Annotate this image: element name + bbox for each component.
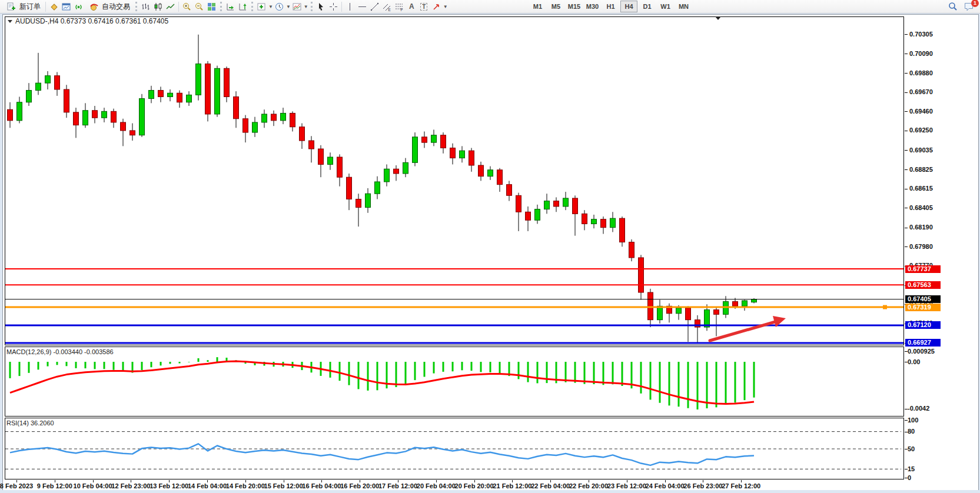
tab-timeframe-m5[interactable]: M5 bbox=[547, 1, 564, 12]
svg-text:F: F bbox=[400, 7, 403, 11]
equidistant-channel-icon[interactable]: E bbox=[381, 1, 393, 12]
candle-body bbox=[83, 111, 88, 125]
candle-body bbox=[26, 91, 32, 102]
chevron-down-icon[interactable]: ▼ bbox=[443, 4, 448, 9]
macd-panel-border bbox=[5, 347, 904, 417]
macd-panel-canvas[interactable] bbox=[5, 347, 904, 417]
tab-timeframe-mn[interactable]: MN bbox=[675, 1, 692, 12]
time-axis-tick bbox=[284, 480, 284, 482]
candle-body bbox=[714, 310, 719, 315]
rsi-axis-label: 15 bbox=[908, 466, 915, 472]
candle-body bbox=[318, 149, 324, 164]
candlestick-chart-icon[interactable] bbox=[152, 1, 164, 12]
signal-icon[interactable] bbox=[72, 1, 85, 12]
line-handle[interactable] bbox=[883, 305, 887, 309]
price-axis-label: 0.69460 bbox=[909, 108, 933, 115]
candle-body bbox=[601, 219, 606, 228]
rsi-panel-canvas[interactable] bbox=[5, 418, 904, 479]
chart-shift-icon[interactable] bbox=[237, 1, 249, 12]
rsi-axis-label: 0 bbox=[908, 475, 911, 481]
trendline-icon[interactable] bbox=[368, 1, 381, 12]
tab-timeframe-d1[interactable]: D1 bbox=[639, 1, 656, 12]
indicators-icon[interactable] bbox=[255, 1, 268, 12]
zoom-in-icon[interactable] bbox=[181, 1, 193, 12]
chart-window-icon[interactable] bbox=[60, 1, 72, 12]
marketwatch-icon[interactable] bbox=[48, 1, 60, 12]
arrows-tool-icon[interactable] bbox=[430, 1, 443, 12]
templates-icon[interactable] bbox=[291, 1, 303, 12]
zoom-out-icon[interactable] bbox=[193, 1, 205, 12]
horizontal-line-icon[interactable] bbox=[356, 1, 368, 12]
candle-body bbox=[526, 212, 531, 220]
candle-body bbox=[733, 302, 738, 307]
price-axis-tick bbox=[905, 189, 908, 189]
candle-body bbox=[535, 209, 540, 221]
price-axis-label: 0.67560 bbox=[909, 282, 933, 288]
price-axis-label: 0.67350 bbox=[909, 301, 933, 308]
rsi-axis-tick bbox=[905, 432, 908, 432]
time-axis-label: 20 Feb 20:00 bbox=[455, 482, 494, 489]
price-axis-label: 0.68190 bbox=[909, 224, 933, 231]
candle-body bbox=[592, 219, 597, 224]
chat-icon[interactable]: 1 bbox=[962, 1, 976, 12]
chevron-down-icon[interactable]: ▼ bbox=[286, 4, 291, 9]
price-line-label: 0.67120 bbox=[905, 321, 941, 329]
toolbar-grip[interactable] bbox=[251, 2, 253, 11]
time-axis-label: 12 Feb 23:00 bbox=[111, 482, 150, 489]
price-line-label: 0.67319 bbox=[905, 304, 941, 311]
time-axis-label: 20 Feb 04:00 bbox=[417, 482, 456, 489]
price-axis-tick bbox=[905, 324, 908, 324]
chevron-down-icon[interactable]: ▼ bbox=[268, 4, 273, 9]
crosshair-icon[interactable] bbox=[327, 1, 340, 12]
price-line-label: 0.67405 bbox=[905, 295, 941, 303]
line-chart-icon[interactable] bbox=[164, 1, 177, 12]
candle-body bbox=[375, 182, 380, 194]
notification-badge[interactable]: 1 bbox=[971, 0, 979, 7]
tab-timeframe-m15[interactable]: M15 bbox=[566, 1, 583, 12]
candle-body bbox=[139, 99, 145, 135]
tab-timeframe-m30[interactable]: M30 bbox=[584, 1, 601, 12]
candle-body bbox=[460, 151, 465, 158]
auto-trading-icon bbox=[88, 1, 100, 12]
timeframe-toolbar: M1M5M15M30H1H4D1W1MN bbox=[529, 1, 693, 12]
tab-timeframe-m1[interactable]: M1 bbox=[529, 1, 546, 12]
fibonacci-icon[interactable]: F bbox=[393, 1, 406, 12]
time-axis-tick bbox=[550, 480, 551, 482]
toolbar-grip[interactable] bbox=[220, 2, 222, 11]
text-icon[interactable]: A bbox=[406, 1, 418, 12]
price-axis-tick bbox=[905, 208, 908, 208]
periods-icon[interactable] bbox=[273, 1, 285, 12]
auto-trading-button[interactable]: 自动交易 bbox=[85, 1, 133, 12]
new-order-icon bbox=[5, 1, 18, 12]
bar-chart-icon[interactable] bbox=[139, 1, 152, 12]
tab-timeframe-w1[interactable]: W1 bbox=[657, 1, 674, 12]
candle-body bbox=[479, 165, 484, 176]
toolbar-grip[interactable] bbox=[135, 2, 137, 11]
price-chart-canvas[interactable] bbox=[5, 16, 904, 345]
price-axis-tick bbox=[905, 285, 908, 286]
cursor-icon[interactable] bbox=[315, 1, 327, 12]
candle-body bbox=[55, 76, 60, 89]
toolbar-grip[interactable] bbox=[311, 2, 313, 11]
candle-body bbox=[639, 258, 644, 292]
price-axis-tick bbox=[905, 343, 908, 344]
chart-window: AUDUSD-,H4 0.67373 0.67416 0.67361 0.674… bbox=[2, 14, 979, 491]
auto-scroll-icon[interactable] bbox=[224, 1, 237, 12]
text-label-icon[interactable]: T bbox=[418, 1, 430, 12]
tile-windows-icon[interactable] bbox=[205, 1, 218, 12]
search-icon[interactable] bbox=[946, 1, 959, 12]
tab-timeframe-h4[interactable]: H4 bbox=[620, 1, 637, 12]
time-axis-tick bbox=[436, 480, 437, 482]
chart-shift-marker-icon[interactable] bbox=[715, 16, 721, 20]
new-order-button[interactable]: 新订单 bbox=[2, 1, 44, 12]
time-axis-tick bbox=[512, 480, 513, 482]
price-axis-tick bbox=[905, 111, 908, 112]
symbol-dropdown-icon[interactable] bbox=[8, 20, 12, 23]
price-axis-label: 0.69035 bbox=[909, 147, 933, 154]
vertical-line-icon[interactable] bbox=[344, 1, 356, 12]
candle-body bbox=[742, 301, 748, 306]
candle-body bbox=[356, 199, 361, 208]
tab-timeframe-h1[interactable]: H1 bbox=[602, 1, 619, 12]
chevron-down-icon[interactable]: ▼ bbox=[304, 4, 308, 9]
candle-body bbox=[413, 137, 418, 163]
